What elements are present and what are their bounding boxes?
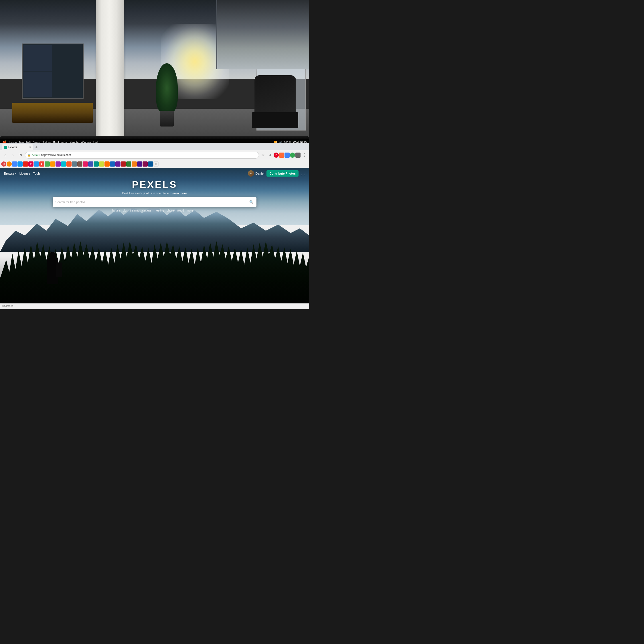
- t-icon-22[interactable]: [115, 161, 120, 167]
- main-container: 🍎 hrome File Edit View History Bookmarks…: [0, 0, 309, 309]
- tag-meeting[interactable]: meeting: [154, 209, 164, 212]
- pexels-license-btn[interactable]: License: [19, 172, 30, 175]
- search-input-placeholder: Search for free photos...: [56, 200, 250, 204]
- pexels-search-bar[interactable]: Search for free photos... 🔍: [53, 197, 257, 207]
- t-icon-9[interactable]: [45, 161, 50, 167]
- t-icon-14[interactable]: [72, 161, 77, 167]
- new-tab-btn[interactable]: +: [33, 144, 39, 150]
- pexels-tagline: Best free stock photos in one place. Lea…: [122, 191, 187, 195]
- t-icon-28[interactable]: [148, 161, 153, 167]
- search-icon: 🔍: [249, 200, 254, 204]
- pexels-username: Daniel: [255, 172, 264, 175]
- pexels-site: Browse▾ License Tools D Daniel Contribut…: [0, 168, 309, 303]
- screen-container: 🍎 hrome File Edit View History Bookmarks…: [0, 136, 309, 309]
- t-icon-3[interactable]: [12, 161, 17, 167]
- extension-icons: P: [274, 153, 301, 158]
- pexels-logo: PEXELS: [132, 179, 177, 190]
- tag-wood[interactable]: wood: [177, 209, 184, 212]
- learn-more-link[interactable]: Learn more: [171, 191, 187, 195]
- t-icon-19[interactable]: [99, 161, 104, 167]
- secure-label: Secure: [32, 154, 40, 157]
- t-icon-gmail[interactable]: M: [1, 161, 6, 167]
- pexels-contribute-btn[interactable]: Contribute Photos: [266, 170, 299, 177]
- statusbar-text: Searches: [2, 305, 13, 307]
- tab-title: Pexels: [8, 146, 28, 149]
- ext-5[interactable]: [295, 153, 301, 158]
- forward-button[interactable]: ›: [9, 152, 16, 159]
- tag-blur[interactable]: blur: [123, 209, 128, 212]
- tag-phone[interactable]: phone: [167, 209, 175, 212]
- t-icon-10[interactable]: [50, 161, 55, 167]
- t-icon-26[interactable]: [137, 161, 142, 167]
- t-icon-23[interactable]: [121, 161, 126, 167]
- browser-tab[interactable]: Pexels ×: [2, 144, 33, 150]
- t-icon-15[interactable]: [77, 161, 82, 167]
- pexels-more-btn[interactable]: …: [301, 171, 305, 176]
- ext-pinterest[interactable]: P: [274, 153, 279, 158]
- t-icon-21[interactable]: [110, 161, 115, 167]
- t-icon-24[interactable]: [126, 161, 131, 167]
- t-icon-5[interactable]: [23, 161, 28, 167]
- t-icon-4[interactable]: [17, 161, 23, 167]
- browser-nav-right: ☆ ◀ P ⋮: [260, 152, 307, 158]
- tag-vintage[interactable]: vintage: [142, 209, 151, 212]
- t-icon-18[interactable]: [94, 161, 99, 167]
- tag-house[interactable]: house: [112, 209, 120, 212]
- t-icon-20[interactable]: [104, 161, 110, 167]
- t-icon-6[interactable]: P: [28, 161, 33, 167]
- t-icon-12[interactable]: [61, 161, 66, 167]
- refresh-button[interactable]: ↻: [17, 152, 24, 159]
- person-silhouette: [43, 252, 62, 290]
- ext-3[interactable]: [285, 153, 290, 158]
- read-aloud-btn[interactable]: ◀: [267, 152, 273, 158]
- url-display: https://www.pexels.com: [41, 153, 71, 157]
- pexels-hero-content: PEXELS Best free stock photos in one pla…: [0, 179, 309, 212]
- pexels-browse-btn[interactable]: Browse▾: [4, 172, 17, 175]
- pexels-avatar: D: [248, 170, 254, 177]
- pexels-user-area[interactable]: D Daniel: [248, 170, 264, 177]
- toolbar-icons-row: M P ▶: [0, 160, 309, 168]
- secure-icon: 🔒: [27, 154, 31, 157]
- browser-statusbar: Searches: [0, 303, 309, 308]
- menu-btn[interactable]: ⋮: [301, 152, 307, 158]
- t-icon-13[interactable]: [66, 161, 72, 167]
- t-icon-27[interactable]: [143, 161, 148, 167]
- bookmark-btn[interactable]: ☆: [260, 152, 266, 158]
- t-icon-close[interactable]: ×: [153, 161, 159, 167]
- back-button[interactable]: ‹: [2, 152, 9, 159]
- pexels-nav-right: D Daniel Contribute Photos …: [248, 170, 305, 177]
- pexels-tags: house blur training vintage meeting phon…: [112, 209, 197, 212]
- t-icon-8[interactable]: ▶: [39, 161, 44, 167]
- address-bar[interactable]: 🔒 Secure https://www.pexels.com: [25, 152, 259, 159]
- t-icon-2[interactable]: [7, 161, 12, 167]
- tag-more[interactable]: more →: [187, 209, 197, 212]
- ext-4[interactable]: [290, 153, 295, 158]
- ext-2[interactable]: [279, 153, 284, 158]
- tab-close-icon[interactable]: ×: [29, 146, 31, 149]
- browser-frame: Pexels × + ‹ › ↻ 🔒 Secure https://www.pe…: [0, 143, 309, 309]
- pexels-navbar: Browse▾ License Tools D Daniel Contribut…: [0, 168, 309, 179]
- t-icon-25[interactable]: [132, 161, 137, 167]
- t-icon-11[interactable]: [56, 161, 61, 167]
- pexels-tools-btn[interactable]: Tools: [33, 172, 41, 175]
- t-icon-7[interactable]: [34, 161, 39, 167]
- tag-training[interactable]: training: [130, 209, 140, 212]
- t-icon-16[interactable]: [83, 161, 88, 167]
- tab-favicon: [4, 146, 7, 149]
- t-icon-17[interactable]: [88, 161, 93, 167]
